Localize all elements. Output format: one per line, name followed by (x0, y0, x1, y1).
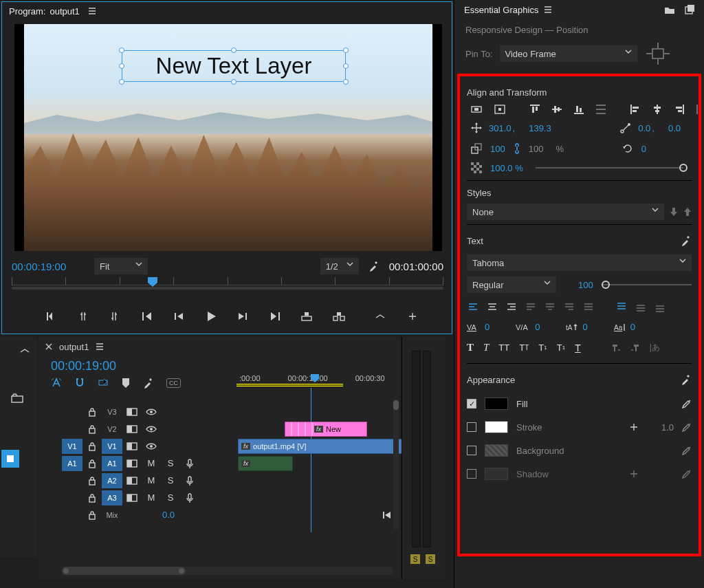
program-timecode-current[interactable]: 00:00:19:00 (12, 261, 87, 272)
program-scale-dropdown[interactable]: 1/2 (320, 258, 359, 274)
track-label-v3[interactable]: V3 (102, 404, 122, 420)
text-layer-bounding-box[interactable]: New Text Layer (122, 50, 346, 82)
track-label-v2[interactable]: V2 (102, 422, 122, 437)
track-eye-v1[interactable] (142, 437, 161, 455)
insert-marker-icon[interactable] (76, 309, 91, 323)
track-label-a3[interactable]: A3 (102, 490, 122, 505)
align-vcenter-icon[interactable] (552, 105, 562, 114)
gutter-expand-icon[interactable] (19, 348, 30, 353)
timeline-vscroll[interactable] (393, 399, 399, 530)
allcaps-icon[interactable]: TT (498, 342, 509, 353)
track-voice-a2[interactable] (180, 472, 199, 489)
track-solo-a1[interactable]: S (161, 455, 180, 472)
pos-y[interactable]: 139.3 (529, 123, 551, 133)
magnet-icon[interactable] (74, 378, 85, 389)
stroke-add-icon[interactable] (630, 423, 638, 431)
timeline-tab-menu-icon[interactable] (96, 343, 104, 350)
scale-value[interactable]: 100 (490, 144, 505, 154)
fill-eyedropper-icon[interactable] (682, 399, 692, 409)
track-solo-a2[interactable]: S (161, 472, 180, 489)
text-layer-content[interactable]: New Text Layer (122, 51, 345, 81)
distribute-h-icon[interactable] (696, 105, 701, 114)
track-lock-mix[interactable] (82, 506, 102, 523)
panel-menu-icon[interactable] (88, 8, 96, 14)
rotation-value[interactable]: 0 (641, 144, 646, 154)
mix-go-in-icon[interactable] (382, 511, 392, 519)
appearance-settings-icon[interactable] (681, 374, 692, 385)
styles-down-icon[interactable] (670, 207, 678, 217)
stroke-eyedropper-icon[interactable] (682, 422, 692, 432)
caption-cc-icon[interactable]: CC (166, 378, 181, 388)
align-right-text-icon[interactable] (507, 303, 516, 312)
eg-panel-menu-icon[interactable] (544, 6, 552, 13)
pin-diagram-icon[interactable] (644, 42, 672, 65)
pin-to-dropdown[interactable]: Video Frame (500, 45, 637, 62)
track-eye-v2[interactable] (142, 420, 161, 437)
track-label-v1[interactable]: V1 (102, 439, 122, 454)
background-eyedropper-icon[interactable] (682, 446, 692, 455)
text-top-align-icon[interactable] (617, 303, 626, 312)
track-lock-a3[interactable] (82, 489, 102, 506)
anchor-y[interactable]: 0.0 (668, 123, 681, 133)
distribute-v-icon[interactable] (596, 105, 606, 114)
kerning-value[interactable]: 0 (485, 322, 490, 332)
track-toggle-a2[interactable] (122, 472, 142, 489)
lift-icon[interactable] (299, 309, 314, 323)
track-label-mix[interactable]: Mix (102, 508, 122, 523)
opacity-value[interactable]: 100.0 % (490, 163, 523, 173)
track-lock-a2[interactable] (82, 472, 102, 489)
font-style-dropdown[interactable]: Regular (467, 276, 556, 293)
gutter-selected-tool[interactable] (1, 450, 19, 468)
timeline-settings-icon[interactable] (143, 378, 154, 389)
go-to-out-icon[interactable] (267, 309, 283, 323)
tategaki-icon[interactable]: |あ (650, 342, 660, 353)
fill-checkbox[interactable] (467, 399, 476, 409)
playbar-add-icon[interactable] (405, 309, 420, 323)
playbar-more-icon[interactable] (373, 309, 388, 323)
leading-value[interactable]: 0 (630, 322, 635, 332)
justify-last-left-icon[interactable] (526, 303, 536, 312)
align-top-icon[interactable] (530, 105, 540, 114)
track-lock-v3[interactable] (82, 403, 102, 420)
audio-solo-right[interactable]: S (426, 554, 435, 564)
underline-icon[interactable]: T (575, 342, 581, 353)
align-left-text-icon[interactable] (468, 303, 478, 312)
go-to-in-icon[interactable] (140, 309, 155, 323)
program-ruler[interactable] (12, 277, 443, 295)
gutter-bin-icon[interactable] (11, 393, 23, 403)
mark-out-icon[interactable] (107, 309, 122, 323)
stroke-checkbox[interactable] (467, 422, 476, 432)
text-settings-icon[interactable] (681, 235, 692, 246)
step-back-icon[interactable] (171, 309, 186, 323)
shadow-swatch[interactable] (485, 468, 508, 480)
align-center-group-icon[interactable] (471, 105, 482, 114)
tracking-value[interactable]: 0 (535, 322, 540, 332)
justify-all-icon[interactable] (584, 303, 593, 312)
track-lock-v2[interactable] (82, 420, 102, 437)
track-toggle-v1[interactable] (122, 437, 142, 455)
clip-text-layer[interactable]: fx New (285, 422, 367, 437)
timeline-tab-name[interactable]: output1 (59, 342, 89, 352)
superscript-icon[interactable]: T1 (538, 342, 547, 353)
align-right-icon[interactable] (674, 105, 684, 114)
eg-new-icon[interactable] (685, 5, 694, 14)
track-mute-a1[interactable]: M (142, 455, 161, 472)
anchor-x[interactable]: 0.0 (638, 123, 650, 133)
snap-icon[interactable] (51, 378, 62, 389)
background-swatch[interactable] (485, 444, 508, 457)
ltr-icon[interactable] (611, 343, 621, 353)
track-mute-a2[interactable]: M (142, 472, 161, 489)
styles-dropdown[interactable]: None (467, 204, 664, 220)
track-eye-v3[interactable] (142, 403, 161, 420)
track-mute-a3[interactable]: M (142, 489, 161, 506)
pos-x[interactable]: 301.0 (489, 123, 512, 133)
clip-video[interactable]: fx output1.mp4 [V] (238, 439, 403, 454)
link-scale-icon[interactable] (514, 143, 520, 154)
justify-last-center-icon[interactable] (545, 303, 555, 312)
clip-audio[interactable]: fx (238, 456, 293, 471)
mix-value[interactable]: 0.0 (162, 510, 175, 520)
track-patch-a1[interactable]: A1 (62, 456, 82, 471)
justify-last-right-icon[interactable] (564, 303, 574, 312)
track-voice-a1[interactable] (180, 455, 199, 472)
align-left-icon[interactable] (630, 105, 640, 114)
